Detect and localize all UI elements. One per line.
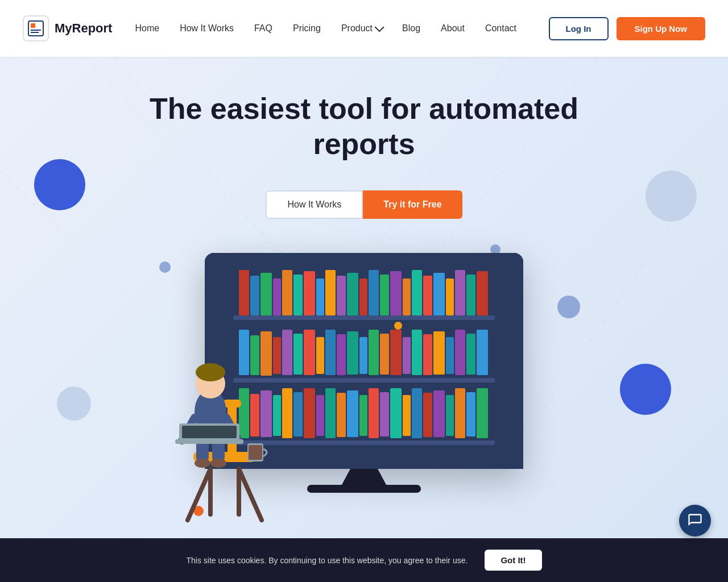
svg-rect-1 [31, 23, 35, 28]
svg-rect-35 [466, 275, 475, 315]
nav-product[interactable]: Product [341, 23, 382, 34]
nav-links: Home How It Works FAQ Pricing Product Bl… [135, 23, 548, 34]
logo-icon [23, 15, 49, 41]
svg-rect-73 [380, 392, 389, 436]
hero-title: The easiest tool for automated reports [131, 91, 597, 162]
nav-product-label: Product [341, 23, 373, 34]
logo-link[interactable]: MyReport [23, 15, 112, 41]
nav-home[interactable]: Home [135, 23, 159, 33]
svg-rect-52 [403, 337, 411, 374]
chevron-down-icon [375, 22, 384, 32]
login-button[interactable]: Log In [549, 17, 609, 40]
svg-rect-29 [403, 278, 411, 315]
nav-how-it-works[interactable]: How It Works [180, 23, 234, 33]
svg-rect-25 [359, 278, 367, 315]
svg-rect-104 [249, 445, 262, 460]
person-illustration [136, 298, 296, 537]
svg-rect-23 [337, 276, 346, 315]
monitor-wrap [193, 253, 535, 526]
svg-line-84 [188, 469, 210, 520]
chat-button[interactable] [679, 505, 711, 537]
svg-rect-32 [433, 273, 445, 315]
svg-rect-72 [369, 388, 379, 438]
svg-rect-44 [316, 337, 324, 374]
svg-rect-34 [455, 270, 465, 315]
svg-rect-20 [304, 271, 315, 315]
svg-rect-48 [359, 337, 367, 374]
try-free-button[interactable]: Try it for Free [363, 190, 462, 219]
nav-pricing[interactable]: Pricing [293, 23, 321, 33]
nav-blog[interactable]: Blog [402, 23, 420, 33]
svg-rect-80 [455, 388, 465, 438]
svg-rect-74 [390, 388, 402, 438]
monitor-base [307, 485, 421, 493]
svg-rect-33 [446, 278, 454, 315]
nav-contact[interactable]: Contact [485, 23, 516, 33]
svg-rect-45 [325, 330, 336, 375]
svg-rect-68 [325, 388, 336, 438]
how-it-works-button[interactable]: How It Works [266, 190, 363, 219]
svg-rect-47 [347, 331, 358, 375]
signup-button[interactable]: Sign Up Now [617, 17, 706, 40]
svg-rect-82 [477, 388, 488, 438]
svg-rect-75 [403, 395, 411, 436]
navbar: MyReport Home How It Works FAQ Pricing P… [0, 0, 728, 57]
nav-actions: Log In Sign Up Now [549, 17, 706, 40]
svg-rect-55 [433, 331, 445, 375]
svg-rect-53 [412, 330, 422, 375]
svg-rect-76 [412, 388, 422, 438]
svg-rect-0 [28, 21, 43, 36]
hero-illustration [46, 253, 682, 526]
cookie-banner: This site uses cookies. By continuing to… [0, 538, 728, 582]
hero-section: The easiest tool for automated reports H… [0, 57, 728, 582]
svg-rect-59 [477, 330, 488, 375]
svg-point-93 [196, 363, 225, 381]
svg-rect-69 [337, 393, 346, 437]
svg-point-83 [394, 322, 402, 330]
svg-rect-51 [390, 330, 402, 375]
logo-svg [27, 20, 44, 37]
svg-point-97 [210, 459, 226, 468]
svg-rect-70 [347, 390, 358, 437]
svg-rect-26 [369, 270, 379, 315]
svg-rect-71 [359, 395, 367, 436]
monitor-stand [341, 469, 387, 486]
nav-faq[interactable]: FAQ [254, 23, 272, 33]
svg-rect-30 [412, 270, 422, 315]
svg-rect-24 [347, 273, 358, 315]
chat-icon [687, 513, 703, 529]
svg-rect-67 [316, 395, 324, 436]
svg-rect-57 [455, 330, 465, 375]
svg-rect-21 [316, 278, 324, 315]
nav-about[interactable]: About [441, 23, 465, 33]
hero-buttons: How It Works Try it for Free [46, 190, 682, 219]
svg-rect-28 [390, 271, 402, 315]
svg-rect-79 [446, 395, 454, 436]
svg-point-96 [195, 459, 210, 468]
hero-content: The easiest tool for automated reports H… [46, 91, 682, 219]
brand-name: MyReport [55, 21, 112, 36]
cookie-accept-button[interactable]: Got It! [485, 550, 541, 571]
svg-rect-56 [446, 337, 454, 374]
svg-rect-36 [477, 271, 488, 315]
cookie-message: This site uses cookies. By continuing to… [186, 556, 468, 565]
svg-rect-54 [423, 334, 432, 375]
svg-rect-22 [325, 270, 336, 315]
svg-rect-77 [423, 393, 432, 437]
svg-rect-43 [304, 330, 315, 375]
svg-rect-49 [369, 330, 379, 375]
svg-rect-58 [466, 334, 475, 375]
svg-rect-27 [380, 275, 389, 315]
svg-rect-81 [466, 392, 475, 436]
svg-rect-78 [433, 390, 445, 437]
svg-rect-66 [304, 388, 315, 438]
svg-rect-50 [380, 334, 389, 375]
svg-rect-46 [337, 334, 346, 375]
svg-line-85 [239, 469, 262, 520]
svg-rect-102 [182, 426, 237, 438]
svg-rect-31 [423, 276, 432, 315]
